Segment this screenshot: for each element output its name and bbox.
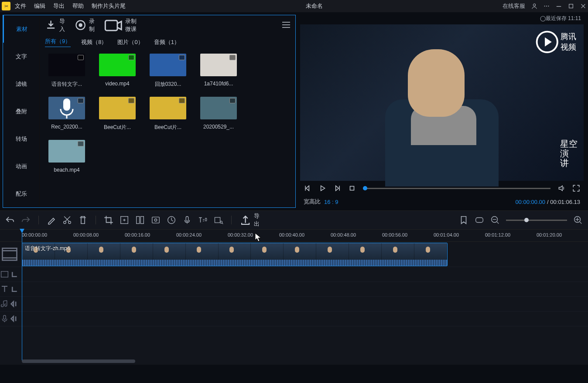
svg-rect-13: [350, 186, 354, 190]
aspect-value[interactable]: 16 : 9: [324, 199, 338, 205]
menu-file[interactable]: 文件: [15, 2, 26, 10]
audio-track[interactable]: [0, 297, 588, 312]
svg-rect-30: [1, 271, 8, 277]
sidebar-tab-text[interactable]: 文字: [3, 43, 39, 70]
sidebar-tab-music[interactable]: 配乐: [3, 180, 39, 207]
sidebar-tab-overlay[interactable]: 叠附: [3, 98, 39, 125]
text-track[interactable]: [0, 282, 588, 297]
next-frame-button[interactable]: [333, 184, 341, 192]
svg-point-14: [64, 221, 66, 224]
filter-all[interactable]: 所有（9）: [45, 37, 71, 47]
timeline: 00:00:00.0000:00:08.0000:00:16.0000:00:2…: [0, 230, 588, 365]
preview-panel: ◯最近保存 11:11 腾讯视频 星空 演 讲 宽高比 16 : 9 00:00…: [298, 15, 585, 208]
clip-label: 语音转文字-zh.mp4: [25, 245, 70, 252]
svg-rect-19: [152, 217, 160, 223]
seek-bar[interactable]: [363, 188, 550, 189]
split-button[interactable]: [135, 215, 145, 225]
media-item[interactable]: 1a7410fd6...: [194, 54, 243, 88]
menu-edit[interactable]: 编辑: [34, 2, 45, 10]
media-item[interactable]: beach.mp4: [42, 140, 91, 173]
media-label: 回放0320...: [155, 81, 181, 88]
time-total: / 00:01:06.13: [547, 199, 580, 205]
time-tick: 00:01:20.00: [537, 232, 562, 237]
media-item[interactable]: 回放0320...: [144, 54, 192, 88]
delete-button[interactable]: [78, 215, 88, 225]
volume-icon[interactable]: [557, 184, 565, 192]
prev-frame-button[interactable]: [304, 184, 311, 192]
svg-point-7: [79, 24, 82, 27]
voiceover-button[interactable]: [182, 215, 192, 225]
svg-point-15: [68, 221, 71, 224]
crop-button[interactable]: [104, 215, 113, 225]
online-service-link[interactable]: 在线客服: [503, 2, 525, 10]
time-tick: 00:00:56.00: [382, 232, 407, 237]
text-to-speech-button[interactable]: [198, 215, 208, 225]
export-button[interactable]: 导出: [239, 212, 260, 228]
svg-rect-11: [305, 186, 305, 190]
marker-icon[interactable]: [459, 215, 468, 225]
time-ruler[interactable]: 00:00:00.0000:00:08.0000:00:16.0000:00:2…: [0, 230, 588, 242]
fit-icon[interactable]: [475, 215, 484, 225]
app-logo: ✂: [2, 2, 10, 10]
zoom-slider[interactable]: [506, 220, 567, 221]
media-item[interactable]: Rec_20200...: [42, 97, 91, 131]
fullscreen-icon[interactable]: [572, 184, 580, 192]
menu-help[interactable]: 帮助: [72, 2, 84, 10]
edit-button[interactable]: [47, 215, 56, 225]
pip-track[interactable]: [0, 267, 588, 282]
zoom-out-button[interactable]: [490, 215, 500, 225]
menu-titles[interactable]: 制作片头片尾: [92, 2, 126, 10]
close-button[interactable]: [580, 3, 586, 9]
sidebar-tab-filter[interactable]: 滤镜: [3, 70, 39, 98]
undo-button[interactable]: [5, 215, 15, 225]
time-tick: 00:00:48.00: [331, 232, 356, 237]
menu-export[interactable]: 导出: [53, 2, 65, 10]
media-item[interactable]: video.mp4: [93, 54, 142, 88]
sidebar-tab-transition[interactable]: 转场: [3, 125, 39, 153]
video-preview[interactable]: 腾讯视频 星空 演 讲: [300, 24, 584, 181]
media-item[interactable]: 20200529_...: [194, 97, 243, 131]
svg-point-25: [220, 221, 222, 223]
menu-dots-icon[interactable]: [544, 3, 550, 9]
video-clip[interactable]: 语音转文字-zh.mp4: [22, 243, 448, 266]
sidebar-tab-media[interactable]: 素材: [3, 15, 39, 43]
time-tick: 00:00:40.00: [279, 232, 304, 237]
filter-video[interactable]: 视频（8）: [81, 38, 107, 46]
aspect-label: 宽高比: [304, 198, 321, 206]
mosaic-button[interactable]: [120, 215, 129, 225]
maximize-button[interactable]: [568, 3, 574, 9]
media-label: 20200529_...: [203, 124, 234, 130]
voice-track[interactable]: [0, 312, 588, 326]
playhead[interactable]: [22, 230, 22, 360]
media-item[interactable]: BeeCut片...: [144, 97, 192, 131]
zoom-in-button[interactable]: [573, 215, 583, 225]
freeze-button[interactable]: [151, 215, 161, 225]
user-icon[interactable]: [531, 3, 537, 9]
filter-image[interactable]: 图片（0）: [117, 38, 143, 46]
speech-to-text-button[interactable]: [214, 215, 223, 225]
filter-audio[interactable]: 音频（1）: [154, 38, 180, 46]
svg-point-0: [533, 4, 535, 6]
svg-rect-18: [140, 217, 144, 224]
import-button[interactable]: 导入: [45, 17, 66, 33]
minimize-button[interactable]: [556, 3, 562, 9]
redo-button[interactable]: [21, 215, 31, 225]
stop-button[interactable]: [348, 184, 356, 192]
sidebar-tabs: 素材 文字 滤镜 叠附 转场 动画 配乐: [3, 15, 40, 207]
media-item[interactable]: BeeCut片...: [93, 97, 142, 131]
time-tick: 00:00:08.00: [73, 232, 99, 237]
sidebar-tab-animation[interactable]: 动画: [3, 153, 39, 180]
list-view-icon[interactable]: [282, 22, 290, 29]
media-item[interactable]: 语音转文字...: [42, 54, 91, 88]
horizontal-scrollbar[interactable]: [22, 359, 135, 363]
media-label: video.mp4: [105, 81, 129, 87]
cut-button[interactable]: [62, 215, 72, 225]
duration-button[interactable]: [167, 215, 176, 225]
svg-rect-8: [105, 20, 117, 30]
media-label: BeeCut片...: [104, 124, 131, 131]
record-button[interactable]: 录制: [75, 17, 96, 33]
video-track[interactable]: 语音转文字-zh.mp4: [0, 242, 588, 267]
record-lesson-button[interactable]: 录制微课: [104, 17, 137, 34]
play-button[interactable]: [318, 184, 326, 192]
svg-rect-23: [205, 218, 207, 221]
